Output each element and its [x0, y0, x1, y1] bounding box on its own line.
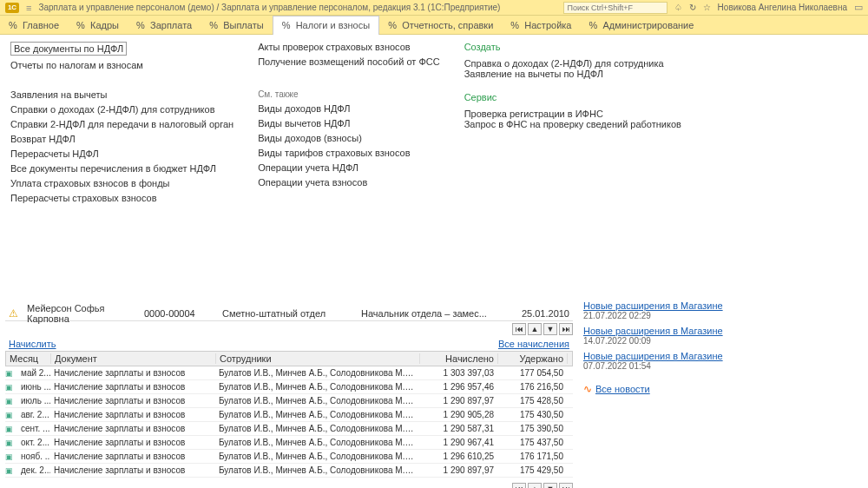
cell-month: нояб. ... [17, 452, 50, 461]
nav-link[interactable]: Виды доходов НДФЛ [258, 103, 440, 114]
menu-icon: % [136, 20, 147, 30]
cell-month: авг. 2... [17, 410, 50, 419]
menu-Налоги и взносы[interactable]: %Налоги и взносы [273, 16, 380, 35]
news-date: 21.07.2022 02:29 [583, 311, 861, 320]
nav-link[interactable]: Уплата страховых взносов в фонды [10, 178, 233, 188]
service-link[interactable]: Проверка регистрации в ИФНС [464, 109, 681, 119]
cell-document: Начисление зарплаты и взносов [50, 465, 215, 475]
user-label[interactable]: Новикова Ангелина Николаевна [718, 3, 847, 12]
last-button-2[interactable]: ⏭ [559, 483, 573, 488]
nav-link[interactable]: Перерасчеты НДФЛ [10, 148, 233, 159]
th-accrued[interactable]: Начислено [420, 353, 498, 364]
nav-link[interactable]: Виды тарифов страховых взносов [258, 148, 440, 158]
nav-link[interactable]: Все документы перечисления в бюджет НДФЛ [10, 163, 233, 174]
table-row[interactable]: ▣нояб. ...Начисление зарплаты и взносовБ… [5, 450, 573, 464]
service-link[interactable]: Запрос в ФНС на проверку сведений работн… [464, 119, 681, 129]
nav-link[interactable]: Заявления на вычеты [10, 89, 233, 100]
menu-icon: % [9, 20, 19, 30]
news-link[interactable]: Новые расширения в Магазине [583, 300, 723, 311]
cell-employees: Булатов И.В., Минчев А.Б., Солодовникова… [215, 438, 419, 447]
menu-Отчетность, справки[interactable]: %Отчетность, справки [379, 16, 502, 35]
th-document[interactable]: Документ [51, 353, 216, 364]
nav-link[interactable]: Акты проверок страховых взносов [258, 42, 440, 52]
person-row[interactable]: ⚠ Мейерсон Софья Карповна 0000-00004 Сме… [5, 306, 573, 321]
th-deducted[interactable]: Удержано [498, 353, 568, 364]
rss-icon[interactable]: ∿ [583, 383, 592, 395]
nav-link[interactable]: См. также [258, 89, 440, 99]
history-icon[interactable]: ↻ [689, 3, 696, 12]
cell-month: июнь ... [17, 382, 50, 392]
down-button[interactable]: ▼ [543, 323, 557, 335]
cell-document: Начисление зарплаты и взносов [50, 368, 215, 378]
first-button-2[interactable]: ⏮ [512, 483, 526, 488]
cell-document: Начисление зарплаты и взносов [50, 438, 215, 447]
up-button-2[interactable]: ▲ [528, 483, 542, 488]
menu-Настройка[interactable]: %Настройка [502, 16, 580, 35]
menu-icon: % [282, 20, 293, 30]
cell-document: Начисление зарплаты и взносов [50, 424, 215, 433]
table-row[interactable]: ▣авг. 2...Начисление зарплаты и взносовБ… [5, 408, 573, 422]
nav-link[interactable]: Перерасчеты страховых взносов [10, 193, 233, 203]
create-heading: Создать [464, 42, 681, 52]
menu-Главное[interactable]: %Главное [0, 16, 68, 35]
global-search-input[interactable] [563, 2, 667, 14]
main-menu: %Главное%Кадры%Зарплата%Выплаты%Налоги и… [0, 16, 868, 35]
cell-accrued: 1 303 397,03 [419, 368, 497, 378]
cell-accrued: 1 290 897,97 [419, 396, 497, 406]
create-link[interactable]: Справка о доходах (2-НДФЛ) для сотрудник… [464, 58, 681, 69]
all-calculations-link[interactable]: Все начисления [498, 339, 569, 349]
all-news-link[interactable]: Все новости [595, 384, 650, 394]
up-button[interactable]: ▲ [528, 323, 542, 335]
cell-month: дек. 2... [17, 465, 50, 475]
menu-Кадры[interactable]: %Кадры [68, 16, 128, 35]
menu-icon: % [76, 20, 87, 30]
menu-Зарплата[interactable]: %Зарплата [128, 16, 201, 35]
nav-link[interactable]: Операции учета НДФЛ [258, 162, 440, 173]
doc-icon: ▣ [5, 466, 17, 475]
calculate-link[interactable]: Начислить [9, 339, 56, 349]
person-date: 25.01.2010 [509, 308, 569, 319]
th-month[interactable]: Месяц [6, 353, 51, 364]
table-row[interactable]: ▣окт. 2...Начисление зарплаты и взносовБ… [5, 436, 573, 450]
nav-link[interactable]: Виды доходов (взносы) [258, 133, 440, 143]
table-row[interactable]: ▣сент. ...Начисление зарплаты и взносовБ… [5, 422, 573, 436]
table-row[interactable]: ▣дек. 2...Начисление зарплаты и взносовБ… [5, 464, 573, 478]
th-employees[interactable]: Сотрудники [216, 353, 420, 364]
news-link[interactable]: Новые расширения в Магазине [583, 326, 723, 336]
nav-link[interactable]: Виды вычетов НДФЛ [258, 118, 440, 129]
nav-link[interactable]: Все документы по НДФЛ [10, 42, 127, 56]
app-logo: 1C [5, 3, 19, 13]
last-button[interactable]: ⏭ [559, 323, 573, 335]
nav-link[interactable]: Отчеты по налогам и взносам [10, 60, 233, 70]
news-date: 14.07.2022 00:09 [583, 336, 861, 346]
bell-icon[interactable]: ♤ [674, 3, 682, 12]
nav-link[interactable]: Возврат НДФЛ [10, 134, 233, 144]
first-button[interactable]: ⏮ [512, 323, 526, 335]
menu-icon: % [388, 20, 398, 30]
news-link[interactable]: Новые расширения в Магазине [583, 351, 723, 361]
menu-icon: % [589, 20, 599, 30]
create-link[interactable]: Заявление на вычеты по НДФЛ [464, 69, 681, 79]
menu-Администрирование[interactable]: %Администрирование [580, 16, 702, 35]
warning-icon: ⚠ [9, 307, 18, 320]
nav-link[interactable]: Справки о доходах (2-НДФЛ) для сотрудник… [10, 104, 233, 115]
nav-link[interactable]: Операции учета взносов [258, 177, 440, 188]
menu-icon[interactable]: ≡ [26, 3, 31, 13]
down-button-2[interactable]: ▼ [543, 483, 557, 488]
cell-deducted: 175 428,50 [497, 396, 567, 406]
cell-accrued: 1 290 897,97 [419, 465, 497, 475]
minimize-icon[interactable]: ▭ [854, 2, 863, 13]
section-panel: Все документы по НДФЛОтчеты по налогам и… [0, 35, 868, 210]
star-icon[interactable]: ☆ [703, 3, 711, 12]
table-row[interactable]: ▣июль ...Начисление зарплаты и взносовБу… [5, 394, 573, 408]
nav-link[interactable]: Получение возмещений пособий от ФСС [258, 56, 440, 67]
news-panel: Новые расширения в Магазине21.07.2022 02… [583, 300, 861, 395]
menu-Выплаты[interactable]: %Выплаты [201, 16, 272, 35]
cell-accrued: 1 290 905,28 [419, 410, 497, 419]
cell-deducted: 175 437,50 [497, 438, 567, 447]
table-row[interactable]: ▣июнь ...Начисление зарплаты и взносовБу… [5, 380, 573, 394]
doc-icon: ▣ [5, 397, 17, 406]
cell-employees: Булатов И.В., Минчев А.Б., Солодовникова… [215, 410, 419, 419]
table-row[interactable]: ▣май 2...Начисление зарплаты и взносовБу… [5, 366, 573, 380]
nav-link[interactable]: Справки 2-НДФЛ для передачи в налоговый … [10, 119, 233, 129]
